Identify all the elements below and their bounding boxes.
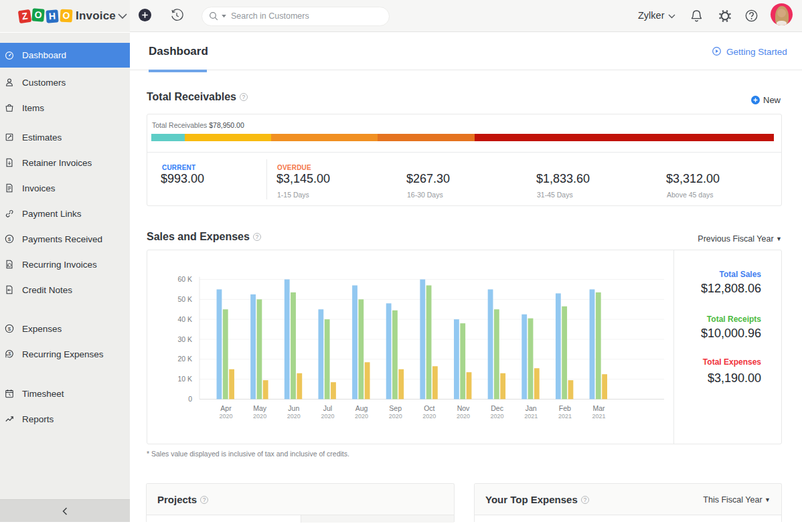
svg-text:Aug: Aug (355, 404, 368, 412)
svg-text:2020: 2020 (253, 413, 266, 420)
svg-text:2020: 2020 (219, 413, 232, 420)
svg-text:10 K: 10 K (177, 375, 192, 383)
svg-text:2020: 2020 (491, 413, 504, 420)
svg-text:20 K: 20 K (177, 355, 192, 363)
svg-text:2020: 2020 (355, 413, 368, 420)
svg-text:May: May (253, 404, 267, 412)
svg-text:Apr: Apr (220, 404, 232, 412)
svg-text:$: $ (8, 326, 11, 332)
svg-text:2020: 2020 (321, 413, 334, 420)
svg-text:$: $ (8, 236, 11, 242)
svg-text:50 K: 50 K (177, 295, 192, 303)
svg-text:Oct: Oct (424, 404, 434, 412)
svg-text:Mar: Mar (592, 404, 605, 412)
svg-text:Sep: Sep (389, 404, 402, 412)
svg-text:2021: 2021 (524, 413, 538, 420)
svg-text:2020: 2020 (389, 413, 402, 420)
svg-text:2020: 2020 (422, 413, 436, 420)
svg-text:60 K: 60 K (177, 275, 192, 283)
svg-text:2020: 2020 (287, 413, 301, 420)
svg-text:Jun: Jun (288, 404, 299, 412)
svg-text:40 K: 40 K (177, 315, 192, 323)
svg-text:30 K: 30 K (177, 335, 192, 343)
svg-text:Jan: Jan (526, 404, 537, 412)
svg-text:2021: 2021 (592, 413, 606, 420)
svg-text:2021: 2021 (558, 413, 572, 420)
svg-text:Jul: Jul (323, 404, 332, 412)
svg-text:2020: 2020 (457, 413, 470, 420)
svg-text:0: 0 (188, 395, 192, 403)
svg-text:Dec: Dec (491, 404, 503, 412)
svg-text:Nov: Nov (457, 404, 470, 412)
svg-text:Feb: Feb (559, 404, 571, 412)
svg-text:$: $ (9, 351, 11, 356)
